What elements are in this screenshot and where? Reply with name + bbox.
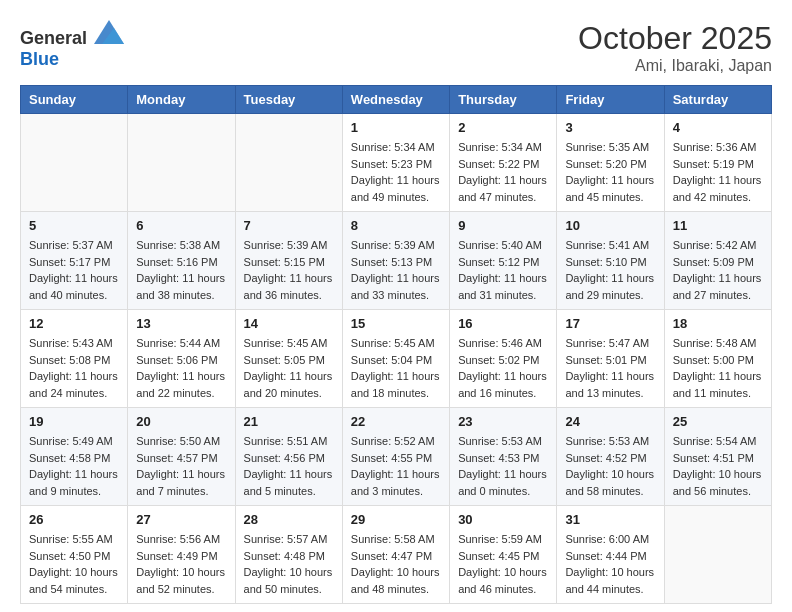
day-info: Sunrise: 5:39 AM Sunset: 5:13 PM Dayligh… [351,237,441,303]
calendar-week-3: 12Sunrise: 5:43 AM Sunset: 5:08 PM Dayli… [21,310,772,408]
month-title: October 2025 [578,20,772,57]
day-info: Sunrise: 5:47 AM Sunset: 5:01 PM Dayligh… [565,335,655,401]
calendar-day-23: 23Sunrise: 5:53 AM Sunset: 4:53 PM Dayli… [450,408,557,506]
day-number: 25 [673,414,763,429]
day-info: Sunrise: 5:58 AM Sunset: 4:47 PM Dayligh… [351,531,441,597]
day-info: Sunrise: 5:53 AM Sunset: 4:52 PM Dayligh… [565,433,655,499]
day-number: 16 [458,316,548,331]
day-info: Sunrise: 5:50 AM Sunset: 4:57 PM Dayligh… [136,433,226,499]
page-header: General Blue October 2025 Ami, Ibaraki, … [20,20,772,75]
day-info: Sunrise: 5:45 AM Sunset: 5:05 PM Dayligh… [244,335,334,401]
day-number: 11 [673,218,763,233]
calendar-day-12: 12Sunrise: 5:43 AM Sunset: 5:08 PM Dayli… [21,310,128,408]
calendar-day-4: 4Sunrise: 5:36 AM Sunset: 5:19 PM Daylig… [664,114,771,212]
day-number: 7 [244,218,334,233]
calendar-week-5: 26Sunrise: 5:55 AM Sunset: 4:50 PM Dayli… [21,506,772,604]
calendar-day-3: 3Sunrise: 5:35 AM Sunset: 5:20 PM Daylig… [557,114,664,212]
calendar-day-24: 24Sunrise: 5:53 AM Sunset: 4:52 PM Dayli… [557,408,664,506]
day-number: 8 [351,218,441,233]
day-info: Sunrise: 5:45 AM Sunset: 5:04 PM Dayligh… [351,335,441,401]
day-number: 6 [136,218,226,233]
weekday-header-saturday: Saturday [664,86,771,114]
day-info: Sunrise: 5:59 AM Sunset: 4:45 PM Dayligh… [458,531,548,597]
calendar-day-22: 22Sunrise: 5:52 AM Sunset: 4:55 PM Dayli… [342,408,449,506]
calendar-day-19: 19Sunrise: 5:49 AM Sunset: 4:58 PM Dayli… [21,408,128,506]
day-info: Sunrise: 5:49 AM Sunset: 4:58 PM Dayligh… [29,433,119,499]
day-info: Sunrise: 5:54 AM Sunset: 4:51 PM Dayligh… [673,433,763,499]
day-info: Sunrise: 6:00 AM Sunset: 4:44 PM Dayligh… [565,531,655,597]
logo-general: General [20,28,87,48]
calendar-day-20: 20Sunrise: 5:50 AM Sunset: 4:57 PM Dayli… [128,408,235,506]
calendar-day-13: 13Sunrise: 5:44 AM Sunset: 5:06 PM Dayli… [128,310,235,408]
calendar-day-11: 11Sunrise: 5:42 AM Sunset: 5:09 PM Dayli… [664,212,771,310]
day-info: Sunrise: 5:37 AM Sunset: 5:17 PM Dayligh… [29,237,119,303]
calendar-day-1: 1Sunrise: 5:34 AM Sunset: 5:23 PM Daylig… [342,114,449,212]
weekday-header-thursday: Thursday [450,86,557,114]
calendar-week-2: 5Sunrise: 5:37 AM Sunset: 5:17 PM Daylig… [21,212,772,310]
calendar-day-29: 29Sunrise: 5:58 AM Sunset: 4:47 PM Dayli… [342,506,449,604]
day-info: Sunrise: 5:48 AM Sunset: 5:00 PM Dayligh… [673,335,763,401]
calendar-day-8: 8Sunrise: 5:39 AM Sunset: 5:13 PM Daylig… [342,212,449,310]
day-number: 1 [351,120,441,135]
calendar-week-4: 19Sunrise: 5:49 AM Sunset: 4:58 PM Dayli… [21,408,772,506]
calendar-day-28: 28Sunrise: 5:57 AM Sunset: 4:48 PM Dayli… [235,506,342,604]
day-info: Sunrise: 5:34 AM Sunset: 5:23 PM Dayligh… [351,139,441,205]
calendar-day-30: 30Sunrise: 5:59 AM Sunset: 4:45 PM Dayli… [450,506,557,604]
day-info: Sunrise: 5:55 AM Sunset: 4:50 PM Dayligh… [29,531,119,597]
calendar-day-15: 15Sunrise: 5:45 AM Sunset: 5:04 PM Dayli… [342,310,449,408]
day-info: Sunrise: 5:51 AM Sunset: 4:56 PM Dayligh… [244,433,334,499]
day-info: Sunrise: 5:56 AM Sunset: 4:49 PM Dayligh… [136,531,226,597]
calendar-day-18: 18Sunrise: 5:48 AM Sunset: 5:00 PM Dayli… [664,310,771,408]
day-number: 14 [244,316,334,331]
day-number: 30 [458,512,548,527]
day-info: Sunrise: 5:44 AM Sunset: 5:06 PM Dayligh… [136,335,226,401]
day-number: 26 [29,512,119,527]
day-number: 15 [351,316,441,331]
day-info: Sunrise: 5:34 AM Sunset: 5:22 PM Dayligh… [458,139,548,205]
calendar-day-16: 16Sunrise: 5:46 AM Sunset: 5:02 PM Dayli… [450,310,557,408]
calendar-day-10: 10Sunrise: 5:41 AM Sunset: 5:10 PM Dayli… [557,212,664,310]
weekday-header-row: SundayMondayTuesdayWednesdayThursdayFrid… [21,86,772,114]
calendar-day-21: 21Sunrise: 5:51 AM Sunset: 4:56 PM Dayli… [235,408,342,506]
weekday-header-friday: Friday [557,86,664,114]
day-number: 29 [351,512,441,527]
calendar-day-17: 17Sunrise: 5:47 AM Sunset: 5:01 PM Dayli… [557,310,664,408]
day-info: Sunrise: 5:36 AM Sunset: 5:19 PM Dayligh… [673,139,763,205]
calendar-day-6: 6Sunrise: 5:38 AM Sunset: 5:16 PM Daylig… [128,212,235,310]
day-number: 12 [29,316,119,331]
calendar-day-27: 27Sunrise: 5:56 AM Sunset: 4:49 PM Dayli… [128,506,235,604]
day-number: 18 [673,316,763,331]
day-info: Sunrise: 5:43 AM Sunset: 5:08 PM Dayligh… [29,335,119,401]
day-number: 23 [458,414,548,429]
day-number: 31 [565,512,655,527]
day-number: 19 [29,414,119,429]
day-number: 17 [565,316,655,331]
day-number: 4 [673,120,763,135]
day-number: 13 [136,316,226,331]
day-number: 22 [351,414,441,429]
logo: General Blue [20,20,124,70]
day-number: 3 [565,120,655,135]
weekday-header-monday: Monday [128,86,235,114]
day-number: 9 [458,218,548,233]
calendar-empty-cell [664,506,771,604]
calendar-table: SundayMondayTuesdayWednesdayThursdayFrid… [20,85,772,604]
logo-text: General Blue [20,20,124,70]
calendar-day-14: 14Sunrise: 5:45 AM Sunset: 5:05 PM Dayli… [235,310,342,408]
day-number: 24 [565,414,655,429]
logo-blue: Blue [20,49,59,69]
calendar-day-9: 9Sunrise: 5:40 AM Sunset: 5:12 PM Daylig… [450,212,557,310]
day-number: 21 [244,414,334,429]
calendar-day-5: 5Sunrise: 5:37 AM Sunset: 5:17 PM Daylig… [21,212,128,310]
day-number: 27 [136,512,226,527]
day-info: Sunrise: 5:57 AM Sunset: 4:48 PM Dayligh… [244,531,334,597]
weekday-header-sunday: Sunday [21,86,128,114]
title-block: October 2025 Ami, Ibaraki, Japan [578,20,772,75]
calendar-empty-cell [128,114,235,212]
calendar-day-26: 26Sunrise: 5:55 AM Sunset: 4:50 PM Dayli… [21,506,128,604]
day-number: 10 [565,218,655,233]
calendar-empty-cell [235,114,342,212]
day-info: Sunrise: 5:40 AM Sunset: 5:12 PM Dayligh… [458,237,548,303]
logo-icon [94,20,124,44]
weekday-header-tuesday: Tuesday [235,86,342,114]
